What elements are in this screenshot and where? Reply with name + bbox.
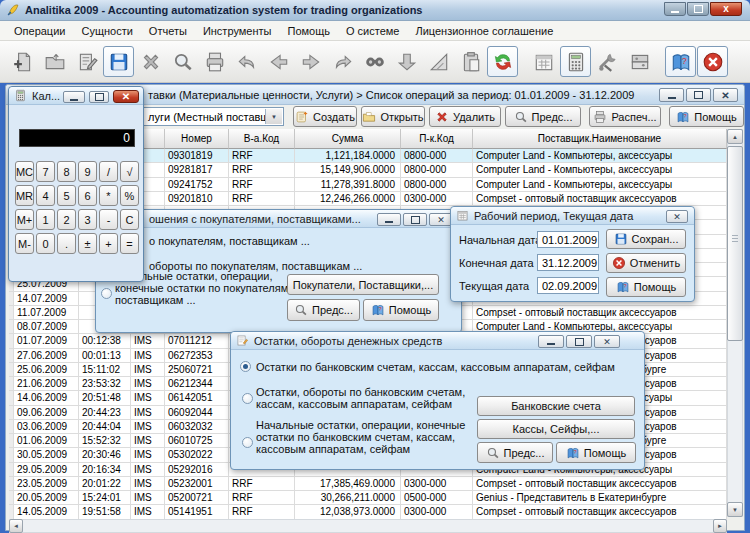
menu-item-4[interactable]: Инструменты <box>195 23 280 39</box>
cash-safes-button[interactable]: Кассы, Сейфы,... <box>477 419 635 439</box>
column-header-8[interactable]: Поставщик.Наименование <box>473 129 727 149</box>
calc-key-7[interactable]: 7 <box>36 161 55 182</box>
horizontal-scrollbar[interactable] <box>9 519 727 533</box>
calc-key-2[interactable]: 2 <box>57 209 76 230</box>
toolbar-exit-button[interactable] <box>697 46 728 77</box>
toolbar-download-button[interactable] <box>391 46 422 77</box>
table-row-24[interactable]: 23.05.200920:01:22IMS05232001RRF17,385,4… <box>9 477 727 491</box>
scroll-left-button[interactable]: ◄ <box>9 519 23 533</box>
toolbar-search-button[interactable] <box>359 46 390 77</box>
dialog-maximize-button[interactable] <box>566 335 592 348</box>
save-period-button[interactable]: Сохран... <box>606 229 686 249</box>
radio-cash-full-detail[interactable] <box>242 437 253 448</box>
calc-key-±[interactable]: ± <box>78 233 97 254</box>
toolbar-archive-button[interactable] <box>624 46 655 77</box>
preview-button[interactable]: Предс... <box>505 106 581 127</box>
child-minimize-button[interactable] <box>659 88 684 102</box>
calc-key-*[interactable]: * <box>99 185 118 206</box>
menu-item-1[interactable]: Операции <box>6 23 73 39</box>
column-header-5[interactable]: В-а.Код <box>229 129 295 149</box>
calc-key-4[interactable]: 4 <box>36 185 55 206</box>
calc-key-C[interactable]: C <box>120 209 139 230</box>
scroll-right-button[interactable]: ► <box>713 519 727 533</box>
menu-item-6[interactable]: О системе <box>338 23 407 39</box>
calc-key-√[interactable]: √ <box>120 161 139 182</box>
toolbar-back-button[interactable] <box>263 46 294 77</box>
period-help-button[interactable]: Помощь <box>606 277 686 297</box>
radio-cash-balances[interactable] <box>240 361 251 372</box>
minimize-button[interactable] <box>664 2 686 16</box>
calc-key-0[interactable]: 0 <box>36 233 55 254</box>
bank-accounts-button[interactable]: Банковские счета <box>477 396 635 416</box>
toolbar-refresh-button[interactable] <box>487 46 518 77</box>
toolbar-forward-button[interactable] <box>295 46 326 77</box>
print-button[interactable]: Распеч... <box>589 106 661 127</box>
calc-key--[interactable]: - <box>99 209 118 230</box>
calc-key-1[interactable]: 1 <box>36 209 55 230</box>
toolbar-calendar-button[interactable] <box>528 46 559 77</box>
toolbar-open-button[interactable] <box>39 46 70 77</box>
open-button[interactable]: Открыть <box>361 106 425 127</box>
dialog-minimize-button[interactable] <box>538 335 564 348</box>
menu-item-2[interactable]: Сущности <box>73 23 140 39</box>
table-row-26[interactable]: 14.05.200919:51:58IMS05141951RRF12,038,9… <box>9 505 727 519</box>
table-row-25[interactable]: 20.05.200915:24:01IMS05200721RRF30,266,2… <box>9 491 727 505</box>
calc-maximize-button[interactable] <box>89 91 109 103</box>
partners-list-button[interactable]: Покупатели, Поставщики,... <box>287 274 439 295</box>
calc-key-5[interactable]: 5 <box>57 185 76 206</box>
toolbar-preview-button[interactable] <box>167 46 198 77</box>
radio-cash-turnover[interactable] <box>242 393 253 404</box>
toolbar-new-button[interactable] <box>7 46 38 77</box>
toolbar-undo-button[interactable] <box>231 46 262 77</box>
calc-key-MC[interactable]: MC <box>15 161 34 182</box>
chevron-down-icon[interactable]: ▼ <box>265 109 282 124</box>
close-button[interactable]: x <box>710 2 742 16</box>
menu-item-7[interactable]: Лицензионное соглашение <box>407 23 561 39</box>
calc-key-.[interactable]: . <box>57 233 76 254</box>
toolbar-measure-button[interactable] <box>423 46 454 77</box>
calc-close-button[interactable]: ✕ <box>113 90 139 103</box>
calc-key-=[interactable]: = <box>120 233 139 254</box>
toolbar-edit-button[interactable] <box>71 46 102 77</box>
menu-item-3[interactable]: Отчеты <box>141 23 195 39</box>
toolbar-help-button[interactable] <box>665 46 696 77</box>
scroll-up-button[interactable]: ▲ <box>727 129 743 144</box>
column-header-7[interactable]: П-к.Код <box>401 129 473 149</box>
calc-key-+[interactable]: + <box>99 233 118 254</box>
calc-key-3[interactable]: 3 <box>78 209 97 230</box>
calc-minimize-button[interactable] <box>63 91 85 103</box>
calc-key-/[interactable]: / <box>99 161 118 182</box>
cash-help-button[interactable]: Помощь <box>556 442 636 463</box>
radio-full-detail[interactable] <box>101 288 112 299</box>
toolbar-redo-button[interactable] <box>327 46 358 77</box>
cash-preview-button[interactable]: Предс... <box>477 442 553 463</box>
main-titlebar[interactable]: Analitika 2009 - Accounting automatizati… <box>0 0 750 21</box>
column-header-4[interactable]: Номер <box>165 129 229 149</box>
menu-item-5[interactable]: Помощь <box>279 23 338 39</box>
start-date-field[interactable]: 01.01.2009 <box>537 231 599 248</box>
toolbar-paste-button[interactable] <box>455 46 486 77</box>
column-header-6[interactable]: Сумма <box>295 129 401 149</box>
calc-key-8[interactable]: 8 <box>57 161 76 182</box>
help-button[interactable]: Помощь <box>669 106 744 127</box>
partners-help-button[interactable]: Помощь <box>363 299 439 321</box>
period-dialog-titlebar[interactable]: Рабочий период, Текущая дата <box>451 207 694 225</box>
child-close-button[interactable]: ✕ <box>713 88 738 102</box>
scroll-down-button[interactable]: ▼ <box>727 502 743 517</box>
vertical-scroll-thumb[interactable] <box>727 146 743 341</box>
dialog-close-button[interactable]: ✕ <box>594 335 620 348</box>
dialog-close-button[interactable]: ✕ <box>666 210 688 223</box>
create-button[interactable]: Создать <box>293 106 357 127</box>
toolbar-calculator-button[interactable] <box>560 46 591 77</box>
toolbar-tools-button[interactable] <box>592 46 623 77</box>
toolbar-print-button[interactable] <box>199 46 230 77</box>
calc-key-MR[interactable]: MR <box>15 185 34 206</box>
delete-button[interactable]: Удалить <box>429 106 501 127</box>
calc-key-M-[interactable]: M- <box>15 233 34 254</box>
toolbar-save-button[interactable] <box>103 46 134 77</box>
dialog-minimize-button[interactable] <box>377 213 401 226</box>
child-maximize-button[interactable] <box>686 88 711 102</box>
cancel-button[interactable]: Отменить <box>606 253 686 273</box>
calc-key-%[interactable]: % <box>120 185 139 206</box>
calc-key-9[interactable]: 9 <box>78 161 97 182</box>
